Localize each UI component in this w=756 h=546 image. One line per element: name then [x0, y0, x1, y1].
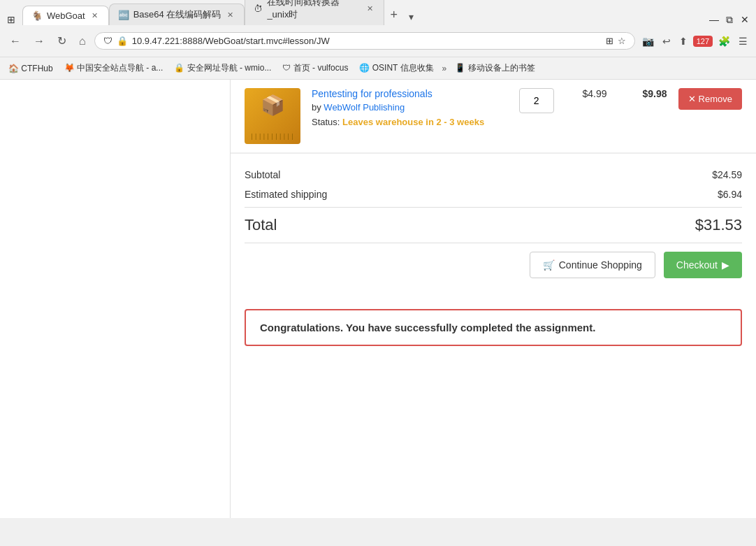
- refresh-icon[interactable]: ↩: [660, 33, 674, 50]
- remove-label: Remove: [699, 94, 732, 104]
- home-button[interactable]: ⌂: [75, 32, 90, 50]
- tab-dropdown-button[interactable]: ▾: [403, 8, 419, 25]
- full-page: 📦 ||||||||||| Pentesting for professiona…: [0, 80, 756, 518]
- tab-label-base64: Base64 在线编码解码: [133, 8, 221, 21]
- book-author: by WebWolf Publishing: [312, 102, 508, 113]
- new-tab-button[interactable]: +: [384, 5, 403, 25]
- lock-icon: 🔒: [117, 36, 128, 46]
- subtotal-value: $24.59: [712, 169, 742, 180]
- book-barcode: |||||||||||: [250, 134, 295, 140]
- book-details: Pentesting for professionals by WebWolf …: [312, 88, 508, 127]
- extension-puzzle-icon[interactable]: 🧩: [715, 33, 733, 50]
- sidebar-left: [0, 80, 231, 518]
- congrats-box: Congratulations. You have successfully c…: [245, 309, 742, 346]
- tab-favicon-time: ⏱: [254, 3, 263, 14]
- share-icon[interactable]: ⬆: [676, 33, 690, 50]
- tab-favicon-webgoat: 🐐: [31, 10, 43, 21]
- line-total: $9.98: [618, 88, 667, 99]
- tabs-bar: ⊞ 🐐 WebGoat ✕ 🔤 Base64 在线编码解码 ✕ ⏱ 在线时间戳转…: [0, 0, 756, 25]
- shipping-row: Estimated shipping $6.94: [245, 185, 742, 204]
- remove-button[interactable]: ✕ Remove: [678, 88, 742, 110]
- book-cover-image: 📦 |||||||||||: [245, 88, 300, 144]
- bookmark-icon[interactable]: ☆: [618, 36, 626, 46]
- main-content: 📦 ||||||||||| Pentesting for professiona…: [231, 80, 756, 518]
- status-label: Status:: [312, 117, 340, 127]
- total-value: $31.53: [695, 216, 742, 234]
- tab-base64[interactable]: 🔤 Base64 在线编码解码 ✕: [109, 3, 245, 25]
- security-icon: 🛡: [103, 36, 112, 46]
- back-button[interactable]: ←: [6, 32, 25, 50]
- bookmark-mobile-label[interactable]: 📱 移动设备上的书签: [452, 61, 537, 76]
- total-label: Total: [245, 216, 277, 234]
- bookmark-vulfocus[interactable]: 🛡 首页 - vulfocus: [279, 61, 351, 76]
- tab-label-webgoat: WebGoat: [47, 10, 85, 21]
- close-button[interactable]: ✕: [739, 14, 750, 25]
- minimize-button[interactable]: —: [708, 14, 720, 25]
- screenshot-icon[interactable]: 📷: [639, 33, 657, 50]
- extension-badge[interactable]: 127: [693, 36, 713, 47]
- book-status: Status: Leaves warehouse in 2 - 3 weeks: [312, 117, 508, 127]
- subtotal-label: Subtotal: [245, 169, 280, 180]
- congrats-message: Congratulations. You have successfully c…: [260, 322, 595, 333]
- unit-price: $4.99: [565, 88, 607, 99]
- total-row: Total $31.53: [245, 207, 742, 243]
- bookmarks-more-button[interactable]: »: [442, 64, 447, 73]
- url-text: 10.9.47.221:8888/WebGoat/start.mvc#lesso…: [132, 36, 602, 46]
- tab-time-converter[interactable]: ⏱ 在线时间戳转换器_unix时 ✕: [245, 0, 384, 25]
- reload-button[interactable]: ↻: [53, 31, 71, 50]
- tab-webgoat[interactable]: 🐐 WebGoat ✕: [22, 6, 109, 25]
- nav-icons: 📷 ↩ ⬆ 127 🧩 ☰: [639, 33, 750, 50]
- tab-favicon-base64: 🔤: [118, 10, 129, 20]
- cart-icon: 🛒: [543, 259, 555, 271]
- shipping-label: Estimated shipping: [245, 189, 327, 200]
- menu-button[interactable]: ☰: [736, 33, 750, 50]
- bookmark-china-security[interactable]: 🦊 中国安全站点导航 - a...: [61, 61, 166, 76]
- continue-shopping-label: Continue Shopping: [559, 259, 642, 271]
- author-link[interactable]: WebWolf Publishing: [324, 102, 405, 113]
- bookmark-safe-nav[interactable]: 🔒 安全网址导航 - wmio...: [171, 61, 274, 76]
- summary-section: Subtotal $24.59 Estimated shipping $6.94…: [231, 153, 756, 298]
- restore-button[interactable]: ⧉: [724, 14, 735, 25]
- checkout-label: Checkout: [676, 259, 718, 271]
- actions-row: 🛒 Continue Shopping Checkout ▶: [245, 243, 742, 287]
- tab-close-base64[interactable]: ✕: [225, 10, 235, 20]
- browser-chrome: ⊞ 🐐 WebGoat ✕ 🔤 Base64 在线编码解码 ✕ ⏱ 在线时间戳转…: [0, 0, 756, 80]
- shipping-value: $6.94: [718, 189, 742, 200]
- continue-shopping-button[interactable]: 🛒 Continue Shopping: [530, 252, 655, 278]
- book-icon: 📦: [261, 94, 285, 117]
- checkout-button[interactable]: Checkout ▶: [664, 252, 742, 278]
- bookmark-osint[interactable]: 🌐 OSINT 信息收集: [356, 61, 436, 76]
- remove-x-icon: ✕: [688, 94, 696, 104]
- tab-label-time: 在线时间戳转换器_unix时: [267, 0, 361, 21]
- tab-close-time[interactable]: ✕: [365, 3, 375, 14]
- status-value: Leaves warehouse in 2 - 3 weeks: [342, 117, 484, 127]
- bookmark-ctfhub[interactable]: 🏠 CTFHub: [6, 62, 56, 75]
- forward-button[interactable]: →: [29, 32, 49, 50]
- tab-close-webgoat[interactable]: ✕: [89, 10, 100, 21]
- subtotal-row: Subtotal $24.59: [245, 165, 742, 185]
- sidebar-toggle-btn[interactable]: ⊞: [6, 14, 17, 25]
- nav-bar: ← → ↻ ⌂ 🛡 🔒 10.9.47.221:8888/WebGoat/sta…: [0, 25, 756, 57]
- reader-view-icon: ⊞: [606, 36, 613, 46]
- window-controls: ⊞: [6, 14, 17, 25]
- cart-item-row: 📦 ||||||||||| Pentesting for professiona…: [231, 80, 756, 153]
- quantity-field[interactable]: [520, 95, 553, 106]
- address-bar[interactable]: 🛡 🔒 10.9.47.221:8888/WebGoat/start.mvc#l…: [94, 32, 635, 50]
- quantity-input[interactable]: [519, 88, 554, 113]
- checkout-arrow-icon: ▶: [722, 259, 729, 271]
- bookmarks-bar: 🏠 CTFHub 🦊 中国安全站点导航 - a... 🔒 安全网址导航 - wm…: [0, 57, 756, 80]
- book-title[interactable]: Pentesting for professionals: [312, 88, 508, 99]
